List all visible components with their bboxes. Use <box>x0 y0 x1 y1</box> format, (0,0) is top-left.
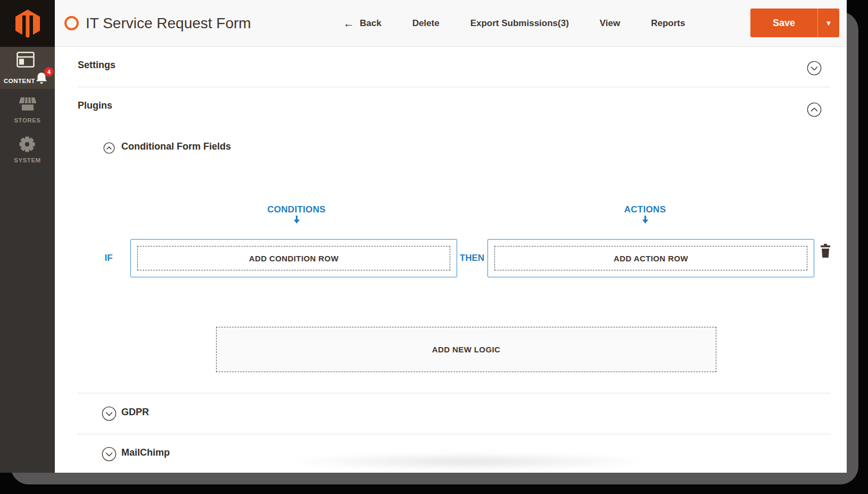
actions-box: ADD ACTION ROW <box>487 239 814 277</box>
mailchimp-title[interactable]: MailChimp <box>121 447 170 458</box>
add-new-logic-button[interactable]: ADD NEW LOGIC <box>216 327 716 372</box>
sidebar-item-label: SYSTEM <box>0 157 55 163</box>
chevron-up-circle-icon <box>807 102 822 117</box>
delete-logic-button[interactable] <box>820 244 831 258</box>
orange-ring-icon <box>64 16 79 30</box>
back-label: Back <box>360 18 382 29</box>
desktop-background: CONTENT 4 <box>0 0 868 494</box>
conditions-header: CONDITIONS <box>243 204 350 215</box>
sidebar-item-label: STORES <box>0 117 55 124</box>
notification-badge: 4 <box>44 67 54 77</box>
add-action-row-button[interactable]: ADD ACTION ROW <box>494 246 807 270</box>
sidebar-item-system[interactable]: SYSTEM <box>0 134 55 163</box>
conditions-box: ADD CONDITION ROW <box>130 239 457 277</box>
gdpr-title[interactable]: GDPR <box>121 407 149 418</box>
header-nav: ← Back Delete Export Submissions(3) View… <box>343 0 685 46</box>
reports-button[interactable]: Reports <box>651 18 685 29</box>
back-button[interactable]: ← Back <box>343 18 382 29</box>
magento-logo-icon <box>15 10 40 38</box>
export-submissions-button[interactable]: Export Submissions(3) <box>470 18 569 29</box>
caret-down-icon: ▼ <box>825 19 832 27</box>
save-button[interactable]: Save <box>750 9 817 37</box>
sidebar: CONTENT 4 <box>0 0 55 473</box>
if-label: IF <box>97 253 120 264</box>
magento-logo[interactable] <box>0 0 55 47</box>
add-condition-row-button[interactable]: ADD CONDITION ROW <box>137 246 450 270</box>
title-wrap: IT Service Request Form <box>64 0 251 46</box>
notifications-bell[interactable]: 4 <box>35 71 48 86</box>
save-dropdown-caret[interactable]: ▼ <box>818 9 839 37</box>
scroll-shadow <box>289 453 651 470</box>
chevron-down-circle-icon <box>102 447 117 462</box>
then-label: THEN <box>459 253 485 264</box>
arrow-down-icon <box>641 216 649 224</box>
form-editor-panel: Settings Plugins <box>55 47 847 473</box>
sidebar-item-content[interactable]: CONTENT 4 <box>0 47 55 89</box>
arrow-down-icon <box>293 216 301 224</box>
accordion-plugins[interactable]: Plugins <box>78 100 112 111</box>
page-header: IT Service Request Form ← Back Delete Ex… <box>55 0 847 47</box>
page-title: IT Service Request Form <box>86 15 251 32</box>
conditional-fields-title[interactable]: Conditional Form Fields <box>121 141 231 152</box>
settings-expand-button[interactable] <box>807 61 822 76</box>
actions-header: ACTIONS <box>592 204 698 215</box>
section-divider <box>78 434 831 434</box>
sidebar-item-stores[interactable]: STORES <box>0 94 55 124</box>
chevron-down-circle-icon <box>102 406 117 421</box>
chevron-down-circle-icon <box>807 61 822 76</box>
mailchimp-expand-button[interactable] <box>102 447 117 462</box>
storefront-icon <box>19 96 36 113</box>
section-divider <box>78 87 831 87</box>
sidebar-item-label: CONTENT <box>4 78 35 84</box>
gdpr-expand-button[interactable] <box>102 406 117 421</box>
section-divider <box>78 393 831 393</box>
admin-window: CONTENT 4 <box>0 0 847 473</box>
back-arrow-icon: ← <box>343 18 354 29</box>
content-layout-icon <box>16 52 35 70</box>
trash-icon <box>820 244 831 258</box>
save-split-button: Save ▼ <box>750 9 839 37</box>
chevron-up-circle-icon <box>103 142 115 154</box>
plugins-collapse-button[interactable] <box>807 102 822 117</box>
delete-button[interactable]: Delete <box>412 18 440 29</box>
gear-icon <box>19 136 35 154</box>
view-button[interactable]: View <box>600 18 620 29</box>
accordion-settings[interactable]: Settings <box>78 60 115 71</box>
conditional-fields-collapse-button[interactable] <box>103 142 115 154</box>
